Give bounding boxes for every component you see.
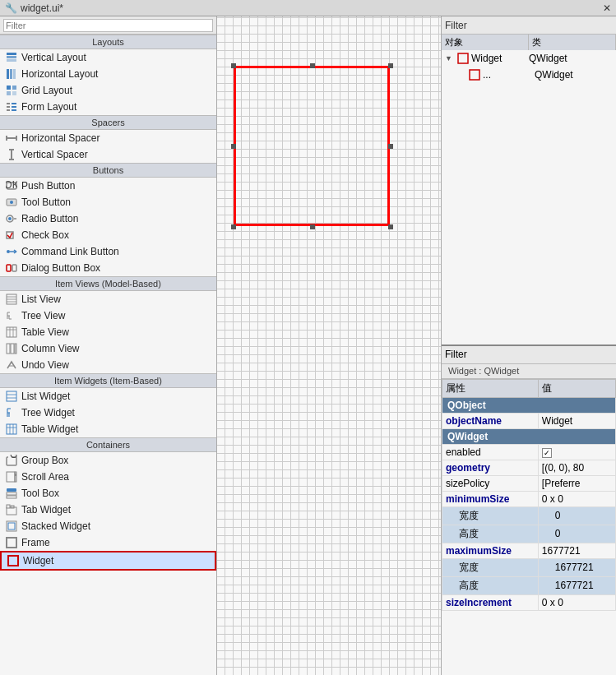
list-item-radio-button[interactable]: Radio Button [0, 210, 216, 227]
prop-filter-row: Filter [442, 346, 616, 364]
svg-rect-45 [7, 327, 16, 337]
list-item-horizontal-spacer[interactable]: Horizontal Spacer [0, 130, 216, 146]
svg-text:GB: GB [10, 455, 17, 460]
table-widget-label: Table Widget [21, 423, 78, 435]
svg-rect-78 [7, 538, 16, 548]
list-item-form-layout[interactable]: Form Layout [0, 99, 216, 115]
prop-val-5[interactable]: 0 [538, 525, 615, 543]
tree-row-1[interactable]: ... QWidget [442, 67, 616, 83]
scroll-area-icon [5, 470, 18, 483]
list-item-table-view[interactable]: Table View [0, 324, 216, 340]
svg-rect-68 [15, 472, 16, 482]
prop-row-geometry[interactable]: geometry [(0, 0), 80 [442, 460, 616, 475]
horizontal-spacer-icon [5, 132, 18, 145]
tree-icon-0 [456, 52, 470, 65]
list-item-undo-view[interactable]: Undo View [0, 357, 216, 373]
section-buttons: Buttons [0, 163, 216, 178]
list-item-frame[interactable]: Frame [0, 534, 216, 551]
svg-rect-7 [12, 86, 16, 90]
left-filter-input[interactable] [3, 19, 213, 32]
undo-view-label: Undo View [21, 359, 69, 371]
prop-row-高度[interactable]: 高度 0 [442, 525, 616, 543]
property-editor: Filter Widget : QWidget 属性 值 QObject obj… [442, 346, 616, 676]
list-item-push-button[interactable]: OKPush Button [0, 178, 216, 194]
prop-name-3: minimumSize [442, 491, 539, 506]
prop-val-8[interactable]: 1677721 [538, 576, 615, 594]
handle-mr[interactable] [388, 144, 393, 149]
prop-val-3[interactable]: 0 x 0 [538, 491, 615, 506]
prop-val-6[interactable]: 1677721 [538, 543, 615, 558]
prop-val-1[interactable]: [(0, 0), 80 [538, 460, 615, 475]
widget-label: Widget [23, 555, 53, 566]
list-item-horizontal-layout[interactable]: Horizontal Layout [0, 66, 216, 82]
handle-br[interactable] [388, 224, 393, 229]
list-item-vertical-spacer[interactable]: Vertical Spacer [0, 146, 216, 163]
handle-tm[interactable] [310, 63, 315, 68]
prop-row-宽度[interactable]: 宽度 0 [442, 506, 616, 525]
list-item-scroll-area[interactable]: Scroll Area [0, 469, 216, 485]
handle-ml[interactable] [231, 144, 236, 149]
command-link-button-label: Command Link Button [21, 246, 119, 257]
tree-row-0[interactable]: ▼ Widget QWidget [442, 50, 616, 67]
section-item-widgets-item-based: Item Widgets (Item-Based) [0, 373, 216, 388]
handle-bm[interactable] [310, 224, 315, 229]
list-item-tool-box[interactable]: Tool Box [0, 485, 216, 502]
svg-rect-34 [7, 265, 11, 271]
list-item-dialog-button-box[interactable]: Dialog Button Box [0, 260, 216, 276]
list-item-widget[interactable]: Widget [0, 551, 216, 571]
prop-row-objectName[interactable]: objectName Widget [442, 413, 616, 428]
prop-section-qwidget: QWidget [442, 428, 616, 444]
group-box-icon: GB [5, 454, 18, 467]
svg-rect-2 [7, 59, 16, 62]
grid-layout-label: Grid Layout [21, 85, 72, 96]
list-item-command-link-button[interactable]: Command Link Button [0, 243, 216, 260]
list-item-list-view[interactable]: List View [0, 291, 216, 307]
list-widget-icon [5, 390, 18, 403]
list-item-check-box[interactable]: Check Box [0, 227, 216, 243]
svg-rect-70 [7, 488, 16, 492]
list-item-tab-widget[interactable]: Tab Widget [0, 502, 216, 518]
prop-row-sizePolicy[interactable]: sizePolicy [Preferre [442, 475, 616, 491]
window-title: widget.ui* [21, 2, 63, 14]
prop-val-0[interactable]: Widget [538, 413, 615, 428]
prop-row-宽度[interactable]: 宽度 1677721 [442, 558, 616, 576]
handle-tr[interactable] [388, 63, 393, 68]
prop-row-maximumSize[interactable]: maximumSize 1677721 [442, 543, 616, 558]
svg-rect-4 [10, 69, 12, 79]
prop-val-4[interactable]: 0 [538, 506, 615, 525]
list-item-group-box[interactable]: GBGroup Box [0, 452, 216, 469]
canvas-area[interactable] [217, 16, 441, 675]
list-item-tree-view[interactable]: Tree View [0, 307, 216, 324]
prop-row-enabled[interactable]: enabled ✓ [442, 444, 616, 460]
tool-box-label: Tool Box [21, 488, 59, 499]
handle-tl[interactable] [231, 63, 236, 68]
vertical-layout-label: Vertical Layout [21, 52, 86, 63]
list-item-column-view[interactable]: Column View [0, 340, 216, 357]
vertical-spacer-icon [5, 148, 18, 161]
prop-row-高度[interactable]: 高度 1677721 [442, 576, 616, 594]
check-box-icon [5, 229, 18, 242]
prop-val-0[interactable]: ✓ [538, 444, 615, 460]
prop-row-sizeIncrement[interactable]: sizeIncrement 0 x 0 [442, 594, 616, 610]
prop-row-minimumSize[interactable]: minimumSize 0 x 0 [442, 491, 616, 506]
prop-filter-label: Filter [445, 349, 467, 360]
tree-label-1: ... [483, 69, 491, 81]
prop-val-7[interactable]: 1677721 [538, 558, 615, 576]
prop-subtitle: Widget : QWidget [442, 364, 616, 379]
tree-expand-0[interactable]: ▼ [445, 54, 455, 62]
column-view-label: Column View [21, 343, 79, 354]
list-item-stacked-widget[interactable]: Stacked Widget [0, 518, 216, 534]
list-item-table-widget[interactable]: Table Widget [0, 421, 216, 437]
list-item-list-widget[interactable]: List Widget [0, 388, 216, 405]
prop-val-2[interactable]: [Preferre [538, 475, 615, 491]
list-item-grid-layout[interactable]: Grid Layout [0, 82, 216, 99]
list-item-vertical-layout[interactable]: Vertical Layout [0, 49, 216, 66]
prop-val-9[interactable]: 0 x 0 [538, 594, 615, 610]
svg-point-25 [10, 201, 13, 204]
list-item-tool-button[interactable]: Tool Button [0, 194, 216, 210]
object-tree-body: ▼ Widget QWidget ... QWidget [442, 50, 616, 344]
close-icon[interactable]: ✕ [603, 2, 611, 14]
list-item-tree-widget[interactable]: Tree Widget [0, 405, 216, 421]
handle-bl[interactable] [231, 224, 236, 229]
svg-rect-13 [12, 106, 16, 108]
